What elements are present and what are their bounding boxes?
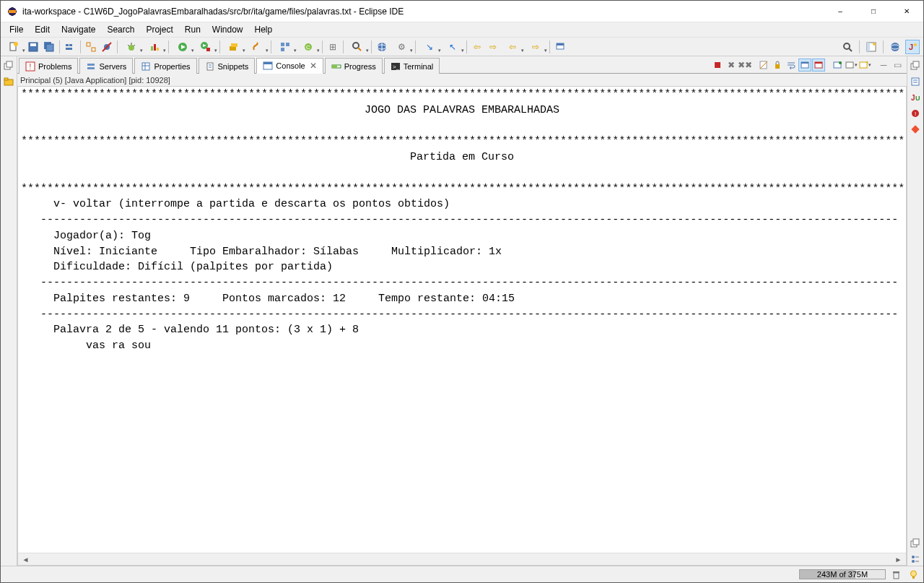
outline-icon[interactable]	[909, 553, 922, 566]
svg-rect-26	[231, 43, 237, 47]
tab-servers[interactable]: Servers	[79, 58, 133, 74]
svg-rect-68	[715, 62, 720, 68]
run-last-button[interactable]: ▾	[195, 40, 217, 54]
new-server-button[interactable]: ▾	[223, 40, 245, 54]
open-type-button[interactable]: ⊞	[326, 40, 340, 54]
tab-problems[interactable]: ! Problems	[19, 58, 78, 74]
maximize-view-button[interactable]: ▭	[891, 59, 904, 72]
menu-navigate[interactable]: Navigate	[56, 23, 101, 36]
back-history-button[interactable]: ⇦	[470, 40, 484, 54]
open-console-button[interactable]: +▾	[858, 59, 871, 72]
menu-edit[interactable]: Edit	[29, 23, 56, 36]
restore-bottom-button[interactable]	[909, 537, 922, 550]
link-editor-button[interactable]	[84, 40, 98, 54]
scroll-lock-button[interactable]	[771, 59, 784, 72]
svg-rect-92	[913, 539, 919, 545]
quick-access-button[interactable]	[840, 40, 855, 54]
menu-project[interactable]: Project	[140, 23, 178, 36]
search-button[interactable]: ▾	[346, 40, 368, 54]
menu-search[interactable]: Search	[101, 23, 140, 36]
clear-console-button[interactable]	[757, 59, 770, 72]
svg-rect-38	[557, 43, 564, 46]
error-log-icon[interactable]: !	[909, 107, 922, 120]
git-icon[interactable]	[909, 123, 922, 136]
show-on-stderr-button[interactable]	[812, 59, 825, 72]
pin-editor-button[interactable]	[553, 40, 567, 54]
svg-rect-19	[157, 48, 159, 51]
svg-rect-97	[894, 573, 899, 579]
console-line: ****************************************…	[21, 88, 906, 100]
coverage-button[interactable]: ▾	[144, 40, 165, 54]
package-explorer-icon[interactable]	[2, 75, 15, 88]
svg-rect-78	[846, 62, 853, 68]
svg-line-40	[849, 48, 852, 51]
console-line: ****************************************…	[21, 135, 906, 147]
scroll-left-icon[interactable]: ◄	[19, 554, 32, 565]
show-on-stdout-button[interactable]	[798, 59, 811, 72]
tip-icon[interactable]	[907, 569, 919, 580]
task-list-icon[interactable]	[909, 75, 922, 88]
junit-icon[interactable]: JU	[909, 91, 922, 104]
close-tab-icon[interactable]: ✕	[310, 61, 317, 71]
toggle-breadcrumb-button[interactable]	[63, 40, 77, 54]
svg-rect-8	[66, 48, 72, 50]
tab-properties[interactable]: Properties	[134, 58, 196, 74]
minimize-button[interactable]: –	[824, 1, 857, 22]
gc-button[interactable]	[890, 569, 902, 580]
skip-breakpoints-button[interactable]	[100, 40, 114, 54]
toggle-ant-button[interactable]: ⚙▾	[391, 40, 412, 54]
new-package-button[interactable]: ▾	[274, 40, 296, 54]
menu-help[interactable]: Help	[249, 23, 279, 36]
svg-rect-7	[69, 44, 72, 46]
restore-right-button[interactable]	[909, 59, 922, 72]
console-toolbar: ✖ ✖✖ ▾ +▾ ─ ▭	[711, 57, 907, 73]
minimize-view-button[interactable]: ─	[877, 59, 890, 72]
menu-window[interactable]: Window	[206, 23, 249, 36]
forward-dd-button[interactable]: ⇨▾	[525, 40, 546, 54]
close-button[interactable]: ✕	[890, 1, 923, 22]
forward-history-button[interactable]: ⇨	[486, 40, 500, 54]
save-button[interactable]	[26, 40, 40, 54]
tab-snippets[interactable]: Snippets	[199, 58, 256, 74]
open-perspective-button[interactable]	[864, 40, 879, 54]
save-all-button[interactable]	[42, 40, 56, 54]
console-line: ----------------------------------------…	[21, 308, 898, 321]
console-line: Palpites restantes: 9 Pontos marcados: 1…	[21, 293, 515, 305]
restore-view-button[interactable]	[2, 59, 15, 72]
console-output[interactable]: ****************************************…	[18, 87, 906, 553]
back-dd-button[interactable]: ⇦▾	[502, 40, 523, 54]
svg-point-1	[14, 42, 18, 46]
menu-file[interactable]: File	[4, 23, 29, 36]
browser-button[interactable]	[375, 40, 389, 54]
next-annotation-button[interactable]: ↘▾	[419, 40, 440, 54]
progress-icon	[331, 61, 341, 72]
new-java-button[interactable]: ▾	[246, 40, 268, 54]
menu-run[interactable]: Run	[179, 23, 206, 36]
java-perspective-button[interactable]: J	[905, 40, 920, 54]
svg-rect-9	[87, 43, 90, 46]
console-title: JOGO DAS PALAVRAS EMBARALHADAS	[21, 103, 903, 118]
tab-console[interactable]: Console ✕	[256, 58, 323, 74]
horizontal-scrollbar[interactable]: ◄ ►	[18, 553, 906, 565]
scroll-right-icon[interactable]: ►	[892, 554, 905, 565]
word-wrap-button[interactable]	[785, 59, 798, 72]
svg-rect-28	[286, 43, 289, 46]
right-trim-stack: JU !	[907, 56, 923, 566]
prev-annotation-button[interactable]: ↖▾	[442, 40, 463, 54]
new-button[interactable]: ▾	[3, 40, 25, 54]
remove-all-launches-button[interactable]: ✖✖	[738, 59, 751, 72]
pin-console-button[interactable]	[831, 59, 844, 72]
tab-progress[interactable]: Progress	[325, 58, 383, 74]
java-ee-perspective-button[interactable]	[888, 40, 902, 54]
terminal-icon: >_	[391, 61, 401, 72]
display-selected-console-button[interactable]: ▾	[845, 59, 858, 72]
eclipse-icon	[6, 6, 18, 17]
maximize-button[interactable]: □	[857, 1, 890, 22]
run-button[interactable]: ▾	[172, 40, 193, 54]
tab-terminal[interactable]: >_ Terminal	[384, 58, 440, 74]
terminate-button[interactable]	[711, 59, 724, 72]
remove-launch-button[interactable]: ✖	[725, 59, 738, 72]
debug-button[interactable]: ▾	[121, 40, 142, 54]
new-class-button[interactable]: C▾	[297, 40, 319, 54]
main-toolbar: ▾ ▾ ▾ ▾ ▾ ▾ ▾ ▾ C▾ ⊞ ▾ ⚙▾ ↘▾ ↖▾ ⇦ ⇨ ⇦▾ ⇨…	[1, 38, 923, 56]
